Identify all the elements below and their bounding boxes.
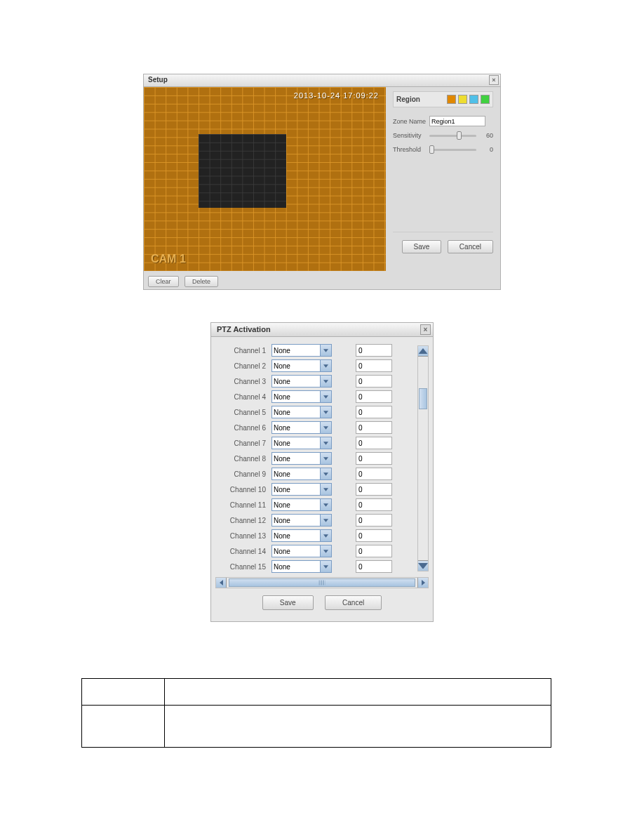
- camera-label: CAM 1: [151, 253, 186, 265]
- cancel-button[interactable]: Cancel: [448, 240, 493, 253]
- preset-input[interactable]: [356, 560, 392, 573]
- region-color-yellow[interactable]: [458, 95, 467, 104]
- timestamp: 2013-10-24 17:09:22: [294, 91, 379, 100]
- preset-input[interactable]: [356, 437, 392, 449]
- mode-value: None: [274, 470, 290, 478]
- chevron-down-icon: [320, 360, 331, 371]
- region-header: Region: [393, 91, 493, 107]
- channel-label: Channel 4: [215, 393, 271, 401]
- ptz-row: Channel 15None: [215, 559, 429, 574]
- preset-input[interactable]: [356, 359, 392, 372]
- chevron-down-icon: [320, 453, 331, 464]
- ptz-row: Channel 3None: [215, 373, 429, 389]
- chevron-down-icon: [320, 499, 331, 510]
- close-icon[interactable]: ×: [420, 324, 431, 335]
- threshold-label: Threshold: [393, 146, 429, 153]
- mode-value: None: [274, 424, 290, 432]
- cancel-button[interactable]: Cancel: [325, 595, 382, 610]
- preset-input[interactable]: [356, 529, 392, 542]
- region-color-cyan[interactable]: [469, 95, 478, 104]
- channel-label: Channel 8: [215, 455, 271, 463]
- preset-input[interactable]: [356, 545, 392, 557]
- mode-value: None: [274, 439, 290, 447]
- channel-label: Channel 9: [215, 470, 271, 478]
- scroll-up-icon[interactable]: [418, 346, 428, 357]
- save-button[interactable]: Save: [262, 595, 314, 610]
- mode-value: None: [274, 548, 290, 555]
- chevron-down-icon: [320, 391, 331, 402]
- channel-label: Channel 2: [215, 362, 271, 370]
- channel-label: Channel 13: [215, 532, 271, 540]
- mode-select[interactable]: None: [271, 498, 332, 511]
- preset-input[interactable]: [356, 498, 392, 511]
- chevron-down-icon: [320, 484, 331, 495]
- horizontal-scrollbar[interactable]: [215, 577, 429, 588]
- setup-footer: Clear Delete: [144, 271, 500, 289]
- scroll-left-icon[interactable]: [216, 578, 227, 588]
- motion-grid[interactable]: 2013-10-24 17:09:22 CAM 1: [144, 87, 386, 271]
- ptz-row: Channel 1None: [215, 343, 429, 358]
- selected-region[interactable]: [199, 134, 286, 208]
- mode-select[interactable]: None: [271, 437, 332, 449]
- mode-select[interactable]: None: [271, 390, 332, 403]
- mode-select[interactable]: None: [271, 468, 332, 480]
- mode-select[interactable]: None: [271, 514, 332, 527]
- ptz-dialog: PTZ Activation × Channel 1NoneChannel 2N…: [210, 322, 434, 622]
- scrollbar-thumb[interactable]: [419, 388, 427, 409]
- mode-select[interactable]: None: [271, 545, 332, 557]
- scrollbar-thumb[interactable]: [229, 578, 415, 587]
- ptz-row: Channel 9None: [215, 466, 429, 482]
- setup-dialog: Setup × 2013-10-24 17:09:22 CAM 1 Region…: [143, 74, 501, 290]
- mode-select[interactable]: None: [271, 560, 332, 573]
- delete-button[interactable]: Delete: [185, 276, 218, 287]
- mode-value: None: [274, 455, 290, 463]
- channel-label: Channel 14: [215, 548, 271, 555]
- threshold-slider[interactable]: [429, 145, 476, 154]
- preset-input[interactable]: [356, 406, 392, 418]
- preset-input[interactable]: [356, 344, 392, 357]
- close-icon[interactable]: ×: [489, 75, 499, 85]
- ptz-row: Channel 14None: [215, 543, 429, 559]
- preset-input[interactable]: [356, 452, 392, 465]
- mode-select[interactable]: None: [271, 483, 332, 496]
- save-button[interactable]: Save: [402, 240, 442, 253]
- preset-input[interactable]: [356, 375, 392, 388]
- scroll-down-icon[interactable]: [418, 560, 428, 571]
- preset-input[interactable]: [356, 514, 392, 527]
- channel-label: Channel 15: [215, 563, 271, 571]
- ptz-row: Channel 8None: [215, 451, 429, 466]
- preset-input[interactable]: [356, 468, 392, 480]
- clear-button[interactable]: Clear: [148, 276, 179, 287]
- mode-select[interactable]: None: [271, 375, 332, 388]
- mode-select[interactable]: None: [271, 359, 332, 372]
- region-color-green[interactable]: [481, 95, 490, 104]
- preset-input[interactable]: [356, 421, 392, 434]
- ptz-channel-list: Channel 1NoneChannel 2NoneChannel 3NoneC…: [211, 343, 433, 576]
- region-color-orange[interactable]: [447, 95, 456, 104]
- mode-value: None: [274, 409, 290, 416]
- scroll-right-icon[interactable]: [417, 578, 428, 588]
- mode-value: None: [274, 486, 290, 494]
- sensitivity-label: Sensitivity: [393, 132, 429, 139]
- sensitivity-slider[interactable]: [429, 131, 476, 140]
- setup-title: Setup: [148, 76, 168, 84]
- mode-select[interactable]: None: [271, 421, 332, 434]
- ptz-row: Channel 11None: [215, 497, 429, 512]
- mode-select[interactable]: None: [271, 406, 332, 418]
- mode-select[interactable]: None: [271, 529, 332, 542]
- sensitivity-value: 60: [479, 132, 493, 139]
- preset-input[interactable]: [356, 390, 392, 403]
- chevron-down-icon: [320, 530, 331, 541]
- preset-input[interactable]: [356, 483, 392, 496]
- mode-select[interactable]: None: [271, 344, 332, 357]
- chevron-down-icon: [320, 376, 331, 387]
- setup-titlebar[interactable]: Setup ×: [144, 74, 500, 87]
- ptz-titlebar[interactable]: PTZ Activation ×: [211, 323, 433, 337]
- mode-select[interactable]: None: [271, 452, 332, 465]
- mode-value: None: [274, 501, 290, 509]
- vertical-scrollbar[interactable]: [417, 345, 429, 571]
- ptz-row: Channel 6None: [215, 420, 429, 435]
- channel-label: Channel 12: [215, 517, 271, 524]
- channel-label: Channel 5: [215, 409, 271, 416]
- zone-name-input[interactable]: [429, 116, 485, 126]
